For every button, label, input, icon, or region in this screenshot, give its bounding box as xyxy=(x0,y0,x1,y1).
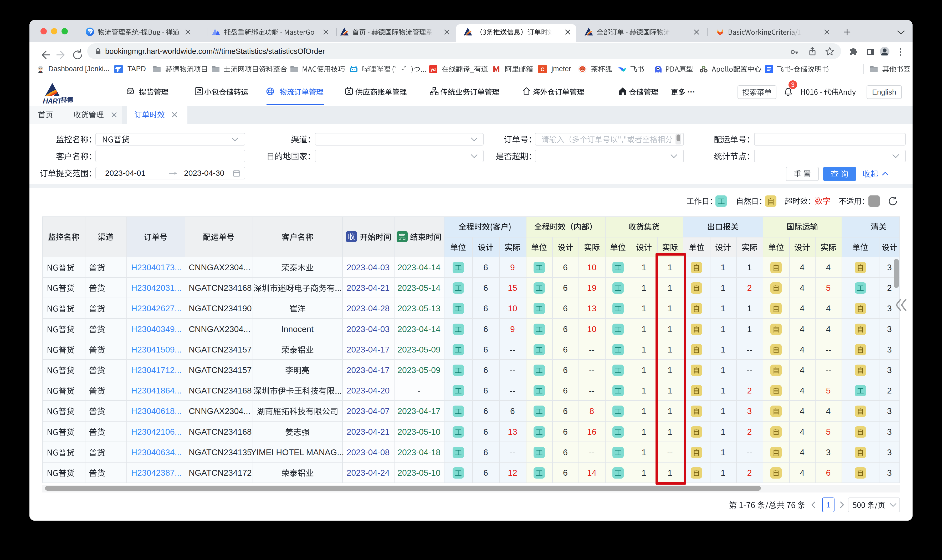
svg-text:HART: HART xyxy=(586,33,592,36)
svg-text:HART: HART xyxy=(341,33,347,36)
svg-text:HART: HART xyxy=(43,97,62,104)
svg-text:yd: yd xyxy=(430,67,436,72)
svg-text:C: C xyxy=(541,66,544,72)
svg-text:HART: HART xyxy=(465,33,471,36)
